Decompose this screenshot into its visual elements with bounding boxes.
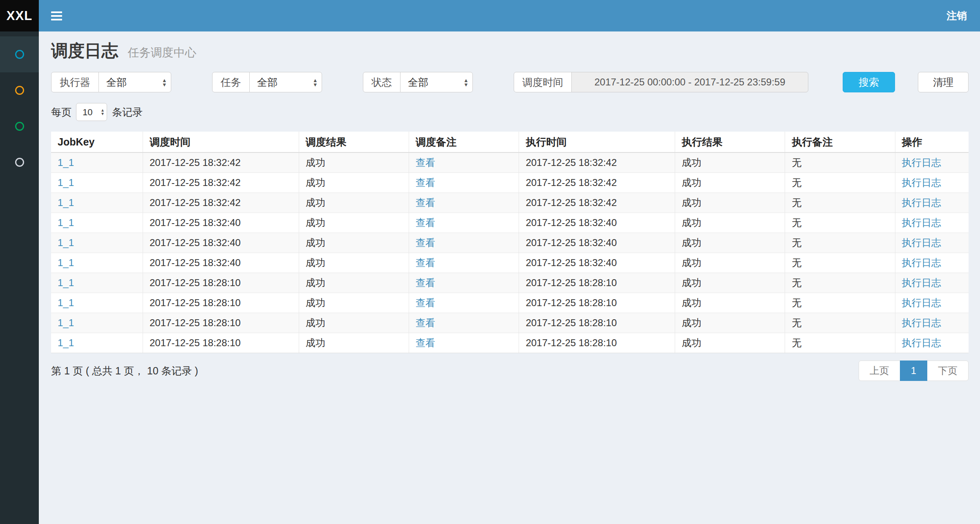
job-key-link[interactable]: 1_1 (58, 277, 74, 288)
job-key-cell: 1_1 (51, 293, 143, 313)
handle-result-cell: 成功 (675, 313, 785, 333)
trigger-result-cell: 成功 (299, 193, 409, 213)
execution-log-cell: 执行日志 (895, 253, 969, 273)
page-size-row: 每页 10 ▴▾ 条记录 (51, 103, 969, 121)
trigger-msg-link[interactable]: 查看 (416, 317, 435, 328)
execution-log-link[interactable]: 执行日志 (902, 257, 941, 268)
search-button[interactable]: 搜索 (843, 72, 895, 92)
circle-icon (15, 122, 24, 131)
execution-log-link[interactable]: 执行日志 (902, 237, 941, 248)
trigger-msg-link[interactable]: 查看 (416, 237, 435, 248)
table-row: 1_12017-12-25 18:32:42成功查看2017-12-25 18:… (51, 193, 969, 213)
execution-log-link[interactable]: 执行日志 (902, 337, 941, 348)
sidebar-item-4[interactable] (0, 144, 39, 180)
logout-link[interactable]: 注销 (946, 9, 980, 22)
job-key-link[interactable]: 1_1 (58, 237, 74, 248)
table-row: 1_12017-12-25 18:28:10成功查看2017-12-25 18:… (51, 333, 969, 353)
trigger-msg-link[interactable]: 查看 (416, 177, 435, 188)
sidebar-item-2[interactable] (0, 72, 39, 108)
handle-time-cell: 2017-12-25 18:28:10 (519, 273, 675, 293)
pagination: 上页 1 下页 (859, 361, 969, 381)
trigger-time-cell: 2017-12-25 18:28:10 (143, 313, 299, 333)
sidebar-toggle-button[interactable] (39, 0, 62, 31)
execution-log-link[interactable]: 执行日志 (902, 177, 941, 188)
execution-log-link[interactable]: 执行日志 (902, 157, 941, 168)
page-title-text: 调度日志 (51, 41, 118, 60)
status-filter-label: 状态 (363, 72, 401, 92)
execution-log-link[interactable]: 执行日志 (902, 217, 941, 228)
handle-time-cell: 2017-12-25 18:28:10 (519, 313, 675, 333)
table-footer: 第 1 页 ( 总共 1 页， 10 条记录 ) 上页 1 下页 (51, 361, 969, 381)
trigger-msg-link[interactable]: 查看 (416, 297, 435, 308)
handle-msg-cell: 无 (785, 273, 895, 293)
job-key-link[interactable]: 1_1 (58, 197, 74, 208)
trigger-time-range-input[interactable] (571, 72, 808, 92)
circle-icon (15, 50, 24, 59)
page-size-select[interactable]: 10 (76, 103, 107, 121)
execution-log-cell: 执行日志 (895, 333, 969, 353)
job-key-link[interactable]: 1_1 (58, 157, 74, 168)
trigger-msg-cell: 查看 (409, 253, 519, 273)
execution-log-link[interactable]: 执行日志 (902, 197, 941, 208)
job-key-link[interactable]: 1_1 (58, 217, 74, 228)
executor-filter-label: 执行器 (51, 72, 99, 92)
status-filter-select[interactable]: 全部 (400, 72, 473, 92)
job-key-cell: 1_1 (51, 333, 143, 353)
table-row: 1_12017-12-25 18:28:10成功查看2017-12-25 18:… (51, 293, 969, 313)
trigger-msg-link[interactable]: 查看 (416, 217, 435, 228)
handle-msg-cell: 无 (785, 213, 895, 233)
executor-filter-select[interactable]: 全部 (98, 72, 171, 92)
circle-icon (15, 158, 24, 167)
main-content: 调度日志 任务调度中心 执行器 全部 ▴▾ 任务 全部 ▴▾ 状态 (39, 31, 980, 524)
table-row: 1_12017-12-25 18:28:10成功查看2017-12-25 18:… (51, 313, 969, 333)
trigger-msg-link[interactable]: 查看 (416, 337, 435, 348)
trigger-msg-cell: 查看 (409, 313, 519, 333)
trigger-result-cell: 成功 (299, 233, 409, 253)
job-key-cell: 1_1 (51, 253, 143, 273)
trigger-time-cell: 2017-12-25 18:32:40 (143, 233, 299, 253)
trigger-result-cell: 成功 (299, 313, 409, 333)
page-title: 调度日志 任务调度中心 (51, 40, 969, 62)
job-key-link[interactable]: 1_1 (58, 297, 74, 308)
trigger-msg-link[interactable]: 查看 (416, 197, 435, 208)
job-key-link[interactable]: 1_1 (58, 337, 74, 348)
app-logo[interactable]: XXL (0, 0, 39, 31)
job-key-link[interactable]: 1_1 (58, 257, 74, 268)
column-header: 调度结果 (299, 132, 409, 152)
sidebar-item-3[interactable] (0, 108, 39, 144)
column-header: 调度备注 (409, 132, 519, 152)
table-row: 1_12017-12-25 18:32:40成功查看2017-12-25 18:… (51, 213, 969, 233)
sidebar-item-1[interactable] (0, 36, 39, 72)
trigger-time-cell: 2017-12-25 18:28:10 (143, 333, 299, 353)
handle-result-cell: 成功 (675, 233, 785, 253)
sidebar (0, 31, 39, 524)
trigger-msg-cell: 查看 (409, 213, 519, 233)
execution-log-link[interactable]: 执行日志 (902, 317, 941, 328)
trigger-msg-link[interactable]: 查看 (416, 257, 435, 268)
current-page-button[interactable]: 1 (900, 361, 927, 381)
job-key-cell: 1_1 (51, 173, 143, 193)
prev-page-button[interactable]: 上页 (859, 361, 900, 381)
table-header-row: JobKey调度时间调度结果调度备注执行时间执行结果执行备注操作 (51, 132, 969, 152)
page-size-prefix-label: 每页 (51, 105, 72, 119)
trigger-msg-link[interactable]: 查看 (416, 277, 435, 288)
trigger-msg-link[interactable]: 查看 (416, 157, 435, 168)
handle-time-cell: 2017-12-25 18:28:10 (519, 333, 675, 353)
handle-msg-cell: 无 (785, 313, 895, 333)
job-filter-group: 任务 全部 ▴▾ (212, 72, 322, 92)
job-key-link[interactable]: 1_1 (58, 177, 74, 188)
clear-button[interactable]: 清理 (918, 72, 969, 92)
handle-result-cell: 成功 (675, 173, 785, 193)
executor-filter-group: 执行器 全部 ▴▾ (51, 72, 171, 92)
execution-log-link[interactable]: 执行日志 (902, 277, 941, 288)
handle-time-cell: 2017-12-25 18:32:42 (519, 173, 675, 193)
execution-log-link[interactable]: 执行日志 (902, 297, 941, 308)
job-key-link[interactable]: 1_1 (58, 317, 74, 328)
trigger-time-cell: 2017-12-25 18:28:10 (143, 293, 299, 313)
table-row: 1_12017-12-25 18:32:42成功查看2017-12-25 18:… (51, 173, 969, 193)
next-page-button[interactable]: 下页 (927, 361, 969, 381)
handle-result-cell: 成功 (675, 193, 785, 213)
execution-log-cell: 执行日志 (895, 213, 969, 233)
handle-time-cell: 2017-12-25 18:32:40 (519, 233, 675, 253)
job-filter-select[interactable]: 全部 (249, 72, 322, 92)
